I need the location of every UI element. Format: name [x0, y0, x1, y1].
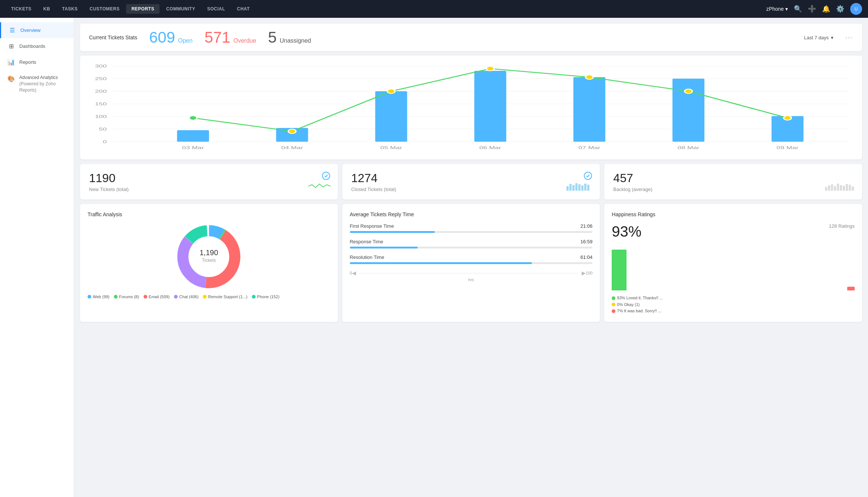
svg-text:04 Mar: 04 Mar [281, 145, 303, 150]
phone-label: Phone (152) [257, 294, 280, 299]
chat-label: Chat (406) [179, 294, 198, 299]
first-response-bar [350, 231, 593, 233]
donut-chart: 1,190 Tickets [175, 223, 242, 290]
svg-text:07 Mar: 07 Mar [578, 145, 600, 150]
overview-icon: ☰ [9, 27, 16, 34]
happiness-bars [612, 246, 855, 290]
nav-tasks[interactable]: TASKS [57, 4, 83, 14]
bad-label: 7% It was bad. Sorry!! ... [617, 308, 661, 315]
first-response-value: 21:06 [581, 223, 593, 229]
svg-point-22 [584, 172, 592, 180]
nav-items: TICKETS KB TASKS CUSTOMERS REPORTS COMMU… [6, 4, 766, 14]
sidebar-label-overview: Overview [20, 27, 40, 33]
axis-left-arrow[interactable]: ◀ [352, 270, 356, 276]
unassigned-count: 5 [268, 30, 277, 45]
svg-rect-33 [831, 184, 833, 191]
stat-unassigned: 5 Unassigned [268, 30, 311, 45]
resolution-time-fill [350, 262, 532, 264]
remote-label: Remote Support (1...) [208, 294, 247, 299]
svg-text:05 Mar: 05 Mar [380, 145, 402, 150]
happy-bar-loved [612, 250, 627, 290]
bar-05mar [375, 91, 407, 142]
nav-customers[interactable]: CUSTOMERS [84, 4, 125, 14]
more-options-button[interactable]: ··· [845, 34, 853, 42]
happiness-header: 93% 128 Ratings [612, 223, 855, 240]
reply-time-title: Average Tickets Reply Time [350, 211, 593, 217]
metric-row: 1190 New Tickets (total) 1274 Closed Tic… [80, 164, 862, 200]
avatar[interactable]: U [850, 3, 862, 15]
new-tickets-number: 1190 [89, 171, 329, 185]
check-circle-icon-2 [583, 171, 592, 182]
nav-tickets[interactable]: TICKETS [6, 4, 37, 14]
nav-kb[interactable]: KB [38, 4, 55, 14]
loved-label: 93% Loved it. Thanks!! ... [617, 295, 663, 302]
legend-remote: Remote Support (1...) [203, 294, 247, 299]
legend-phone: Phone (152) [252, 294, 280, 299]
dot-08mar [685, 89, 693, 93]
bottom-row: Traffic Analysis 1,190 Tickets [80, 204, 862, 322]
settings-icon[interactable]: ⚙️ [836, 5, 844, 13]
first-response-fill [350, 231, 435, 233]
axis-right-arrow[interactable]: ▶ [582, 270, 586, 276]
nav-social[interactable]: SOCIAL [202, 4, 230, 14]
search-icon[interactable]: 🔍 [794, 5, 802, 13]
happiness-legend: 93% Loved it. Thanks!! ... 0% Okay (1) 7… [612, 295, 855, 315]
axis-unit-label: hrs [350, 277, 593, 282]
legend-forums: Forums (8) [114, 294, 139, 299]
response-time-label: Response Time [350, 239, 383, 244]
svg-rect-26 [575, 183, 578, 191]
nav-right: zPhone ▾ 🔍 ➕ 🔔 ⚙️ U [766, 3, 862, 15]
svg-rect-31 [825, 187, 827, 191]
nav-community[interactable]: COMMUNITY [161, 4, 201, 14]
okay-dot [612, 303, 615, 306]
chat-dot [174, 295, 178, 299]
notifications-icon[interactable]: 🔔 [822, 5, 830, 13]
main-chart-card: 300 250 200 150 100 50 0 [80, 56, 862, 159]
svg-rect-39 [849, 185, 851, 191]
happiness-percent: 93% [612, 223, 641, 240]
response-time-value: 16:59 [581, 239, 593, 244]
response-time-row: Response Time 16:59 [350, 239, 593, 249]
svg-text:100: 100 [95, 114, 107, 119]
date-filter[interactable]: Last 7 days ▾ [804, 35, 834, 40]
sidebar-label-reports: Reports [19, 59, 36, 65]
bar-07mar [573, 77, 605, 142]
svg-text:06 Mar: 06 Mar [479, 145, 501, 150]
metric-closed-tickets: 1274 Closed Tickets (total) [342, 164, 600, 200]
add-icon[interactable]: ➕ [808, 5, 816, 13]
response-time-bar [350, 247, 593, 249]
sidebar-item-advanced-analytics[interactable]: 🎨 Advanced Analytics(Powered by Zoho Rep… [0, 70, 74, 98]
brand-name[interactable]: zPhone ▾ [766, 6, 788, 12]
web-dot [88, 295, 91, 299]
svg-text:250: 250 [95, 76, 107, 81]
legend-loved: 93% Loved it. Thanks!! ... [612, 295, 855, 302]
nav-reports[interactable]: REPORTS [126, 4, 160, 14]
traffic-title: Traffic Analysis [88, 211, 331, 217]
svg-text:09 Mar: 09 Mar [777, 145, 799, 150]
donut-chart-container: 1,190 Tickets [88, 223, 331, 290]
svg-rect-38 [846, 184, 848, 191]
svg-text:1,190: 1,190 [200, 249, 218, 257]
resolution-time-value: 61:04 [581, 254, 593, 260]
sidebar-item-overview[interactable]: ☰ Overview [0, 22, 74, 38]
top-nav: TICKETS KB TASKS CUSTOMERS REPORTS COMMU… [0, 0, 868, 18]
stats-header: Current Tickets Stats 609 Open 571 Overd… [80, 24, 862, 51]
metric-backlog: 457 Backlog (average) [604, 164, 862, 200]
sidebar-item-dashboards[interactable]: ⊞ Dashboards [0, 38, 74, 54]
reports-icon: 📊 [7, 59, 15, 66]
bar-08mar [673, 79, 704, 142]
svg-rect-25 [572, 185, 575, 191]
sidebar-item-reports[interactable]: 📊 Reports [0, 54, 74, 70]
svg-rect-30 [587, 185, 589, 191]
nav-chat[interactable]: CHAT [232, 4, 255, 14]
first-response-label: First Response Time [350, 223, 394, 229]
forums-dot [114, 295, 118, 299]
forums-label: Forums (8) [119, 294, 139, 299]
bar-03mar [177, 130, 209, 142]
okay-label: 0% Okay (1) [617, 302, 640, 308]
response-time-fill [350, 247, 418, 249]
dot-07mar [585, 75, 593, 79]
analytics-icon: 🎨 [7, 75, 15, 82]
unassigned-label: Unassigned [280, 37, 311, 44]
loved-dot [612, 296, 615, 300]
